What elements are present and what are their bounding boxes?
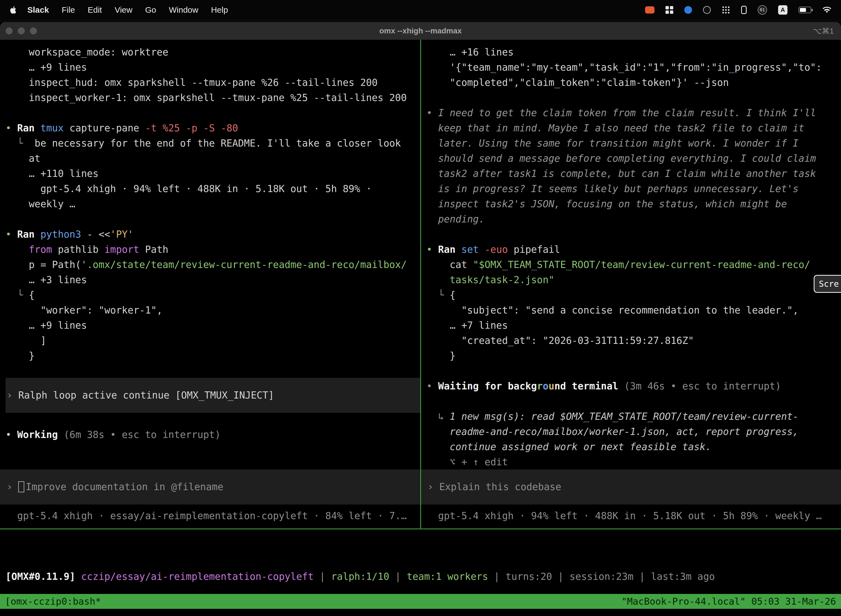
text-segment: | — [552, 571, 570, 582]
grid-icon[interactable] — [665, 6, 673, 14]
text-segment: … +7 lines — [426, 320, 508, 331]
text-segment: should send a message before completing … — [426, 153, 816, 164]
text-segment: pipefail — [508, 244, 560, 255]
text-segment: r — [537, 381, 543, 392]
omx-status-line: [OMX#0.11.9] cczip/essay/ai-reimplementa… — [6, 569, 841, 584]
device-icon[interactable] — [741, 6, 747, 14]
menu-item-window[interactable]: Window — [169, 5, 198, 15]
text-segment: Working — [17, 429, 64, 440]
terminal-line — [6, 106, 420, 120]
prompt-input-left[interactable]: › Improve documentation in @filename — [0, 469, 420, 505]
text-segment: is in progress? It seems likely but perh… — [426, 183, 799, 194]
zoom-button[interactable] — [30, 27, 37, 35]
terminal-line: … +9 lines — [6, 318, 420, 333]
text-segment: team:1 workers — [407, 571, 488, 582]
text-segment: '.omx/state/team/review-current-readme-a… — [81, 259, 407, 270]
desktop-gap — [0, 20, 841, 22]
badge-61[interactable]: 61 — [757, 5, 767, 15]
menu-item-view[interactable]: View — [114, 5, 132, 15]
text-segment: • — [6, 123, 17, 133]
text-segment: -t %25 -p -S -80 — [145, 123, 238, 133]
apple-menu-icon[interactable] — [9, 6, 17, 14]
terminal-line — [426, 227, 841, 242]
inline-prompt-band: › Ralph loop active continue [OMX_TMUX_I… — [6, 378, 420, 413]
terminal-line: └ be necessary for the end of the README… — [6, 136, 420, 151]
text-segment: ] — [6, 335, 46, 346]
text-segment: gpt-5.4 xhigh · 94% left · 488K in · 5.1… — [6, 183, 372, 194]
input-source-icon[interactable]: A — [778, 5, 787, 15]
text-segment: keep that in mind. Maybe I also need the… — [426, 123, 804, 133]
terminal-line: "completed","claim_token":"claim-token"}… — [426, 75, 841, 90]
text-segment: - << — [81, 229, 110, 240]
text-segment: Ran — [17, 229, 40, 240]
menu-item-file[interactable]: File — [62, 5, 75, 15]
text-segment: later. Using the same for transition mig… — [426, 138, 799, 149]
text-segment: workspace_mode: worktree — [6, 47, 168, 58]
terminal-line: workspace_mode: worktree — [6, 45, 420, 60]
text-segment: • — [426, 244, 438, 255]
text-segment: "created_at": "2026-03-31T11:59:27.816Z" — [426, 335, 694, 346]
terminal-line: • Ran python3 - <<'PY' — [6, 227, 420, 242]
text-segment: | — [389, 571, 407, 582]
text-segment: '{"team_name":"my-team","task_id":"1","f… — [426, 62, 822, 73]
text-segment: Ralph loop active continue [OMX_TMUX_INJ… — [18, 390, 274, 401]
prompt-placeholder: Explain this codebase — [439, 481, 561, 492]
text-segment: • — [426, 381, 438, 392]
terminal-line: at — [6, 151, 420, 166]
terminal-line: continue assigned work or next feasible … — [426, 439, 841, 455]
text-segment: pathlib — [52, 244, 105, 255]
menu-item-edit[interactable]: Edit — [88, 5, 102, 15]
wifi-icon[interactable] — [822, 6, 832, 14]
text-segment: └ — [426, 289, 450, 301]
text-segment: tasks/task-2.json" — [426, 274, 555, 285]
window-shortcut-hint: ⌥⌘1 — [813, 26, 834, 35]
dots-grid-icon[interactable] — [722, 6, 730, 14]
text-segment: • — [6, 229, 17, 240]
prompt-chevron-icon: › — [7, 481, 18, 492]
text-segment: └ — [6, 138, 35, 149]
screen-recording-indicator[interactable] — [645, 6, 655, 13]
text-segment: | — [633, 571, 651, 582]
pane-right[interactable]: … +16 lines '{"team_name":"my-team","tas… — [420, 40, 841, 528]
text-segment: weekly … — [6, 198, 75, 210]
screen: Slack FileEditViewGoWindowHelp 61 A — [0, 0, 841, 616]
text-segment — [6, 244, 29, 255]
pane-right-scrollback: … +16 lines '{"team_name":"my-team","tas… — [426, 40, 841, 469]
circle-app-icon[interactable] — [703, 6, 711, 14]
text-segment: 'PY' — [110, 229, 133, 240]
terminal-line: … +16 lines — [426, 45, 841, 60]
terminal-line: … +110 lines — [6, 166, 420, 181]
text-segment: "$OMX_TEAM_STATE_ROOT/team/review-curren… — [473, 259, 810, 270]
screen-tooltip: Scre — [814, 275, 841, 293]
text-segment: readme-and-reco/mailbox/worker-1.json, a… — [426, 426, 799, 437]
text-segment: | — [488, 571, 505, 582]
pane-left-scrollback: workspace_mode: worktree … +9 lines insp… — [6, 40, 420, 469]
text-segment: inspect_hud: omx sparkshell --tmux-pane … — [6, 77, 378, 88]
text-segment: (3m 46s • esc to interrupt) — [624, 381, 781, 392]
text-segment: … +16 lines — [426, 47, 514, 58]
menu-item-go[interactable]: Go — [145, 5, 156, 15]
text-segment: from — [29, 244, 52, 255]
terminal-bottom-padding — [0, 609, 841, 616]
terminal-line: cat "$OMX_TEAM_STATE_ROOT/team/review-cu… — [426, 257, 841, 273]
close-button[interactable] — [6, 27, 13, 35]
terminal-line: "created_at": "2026-03-31T11:59:27.816Z" — [426, 333, 841, 348]
pane-left[interactable]: workspace_mode: worktree … +9 lines insp… — [0, 40, 420, 528]
blue-app-icon[interactable] — [684, 6, 692, 14]
model-status-left: gpt-5.4 xhigh · essay/ai-reimplementatio… — [6, 508, 420, 524]
text-segment: • — [6, 429, 17, 440]
text-segment: … +9 lines — [6, 320, 87, 331]
window-title: omx --xhigh --madmax — [0, 26, 841, 35]
text-segment: Ran — [438, 244, 462, 255]
menu-item-help[interactable]: Help — [211, 5, 228, 15]
prompt-input-right[interactable]: › Explain this codebase — [421, 469, 841, 505]
terminal-line: should send a message before completing … — [426, 151, 841, 166]
menu-app-name[interactable]: Slack — [27, 5, 49, 15]
text-segment: Waiting for backg — [438, 381, 537, 392]
text-segment: [OMX#0.11.9] — [6, 571, 81, 582]
minimize-button[interactable] — [18, 27, 25, 35]
terminal-line: ↳ 1 new msg(s): read $OMX_TEAM_STATE_ROO… — [426, 409, 841, 424]
menu-bar: Slack FileEditViewGoWindowHelp 61 A — [0, 0, 841, 20]
window-titlebar[interactable]: omx --xhigh --madmax ⌥⌘1 — [0, 22, 841, 40]
battery-icon[interactable] — [799, 7, 811, 13]
